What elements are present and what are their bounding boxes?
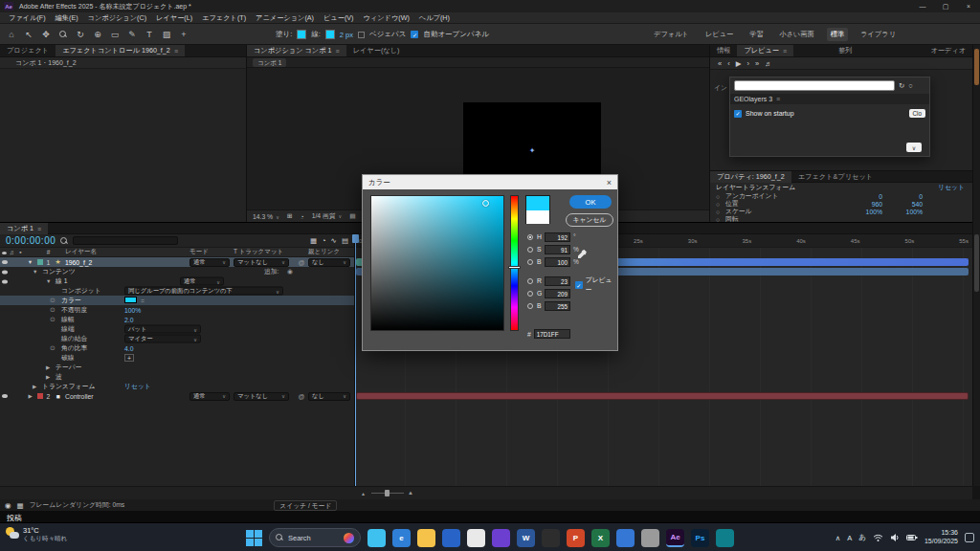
wifi-icon[interactable] (873, 533, 883, 542)
tab-properties[interactable]: プロパティ: 1960_f_2 (710, 171, 791, 183)
taskbar-app-gray[interactable] (641, 529, 659, 547)
preview-checkbox[interactable]: ✓ (575, 281, 583, 289)
taskbar-app-dark[interactable] (542, 529, 560, 547)
collapse-arrow-icon[interactable]: ▶ (46, 374, 50, 380)
roto-brush-tool-icon[interactable]: ▨ (159, 27, 174, 42)
menu-view[interactable]: ビュー(V) (319, 13, 358, 23)
workspace-small-screen[interactable]: 小さい画面 (776, 28, 818, 41)
opacity-row[interactable]: ⊙ 不透明度 100% (0, 305, 354, 315)
workspace-libraries[interactable]: ライブラリ (857, 28, 900, 41)
puppet-tool-icon[interactable]: + (176, 27, 191, 42)
tab-composition[interactable]: コンポジション コンポ 1 ≡ (247, 45, 346, 56)
geolayers-tab[interactable]: GEOlayers 3 (734, 96, 772, 102)
cancel-button[interactable]: キャンセル (566, 213, 613, 227)
composite-row[interactable]: コンポジット 同じグループの前面のコンテンツの下∨ (0, 286, 354, 296)
blend-mode-dropdown[interactable]: 通常∨ (189, 258, 230, 267)
collapse-arrow-icon[interactable]: ▶ (25, 391, 35, 401)
saturation-radio[interactable] (527, 247, 533, 253)
label-color-chip[interactable] (37, 259, 43, 265)
menu-edit[interactable]: 編集(E) (51, 13, 83, 23)
current-timecode[interactable]: 0:00:00:00 (6, 235, 56, 246)
layer-row-1[interactable]: ▼ 1 ★ 1960_f_2 通常∨ マットなし∨ @ なし∨ (0, 257, 354, 267)
layer-name-header[interactable]: レイヤー名 (63, 248, 189, 256)
tab-info[interactable]: 情報 (710, 45, 737, 56)
line-cap-row[interactable]: 線端 バット∨ (0, 324, 354, 334)
selection-tool-icon[interactable]: ↖ (21, 27, 36, 42)
weather-widget[interactable]: 31°C くもり時々晴れ (6, 526, 67, 542)
stopwatch-icon[interactable]: ○ (716, 193, 720, 200)
taskbar-search[interactable]: Search (269, 528, 361, 547)
label-color-chip[interactable] (37, 393, 43, 399)
close-button[interactable]: × (957, 0, 980, 12)
geolayers-close-button[interactable]: Clo (909, 109, 925, 118)
taskbar-app-explorer[interactable] (417, 529, 435, 547)
add-button-icon[interactable]: ◉ (287, 268, 293, 276)
tab-effects-presets[interactable]: エフェクト&プリセット (791, 171, 880, 183)
zoom-in-mountain-icon[interactable]: ▲ (408, 490, 413, 496)
blue-input[interactable]: 255 (545, 301, 570, 311)
show-on-startup-checkbox[interactable]: ✓ (734, 110, 742, 118)
track-matte-dropdown[interactable]: マットなし∨ (234, 258, 289, 267)
battery-icon[interactable] (906, 533, 918, 542)
taskbar-app-photoshop[interactable]: Ps (691, 529, 709, 547)
comp-nav-badge[interactable]: コンポ 1 (253, 58, 286, 67)
scale-y-value[interactable]: 100% (894, 209, 923, 215)
color-property-row[interactable]: ⊙ カラー = (0, 296, 354, 305)
geolayers-dropdown[interactable]: ∨ (906, 143, 922, 152)
transform-reset-link[interactable]: リセット (124, 382, 151, 391)
dashes-row[interactable]: 破線 + (0, 353, 354, 363)
layer-name[interactable]: 1960_f_2 (63, 259, 189, 266)
timeline-tab-comp1[interactable]: コンポ 1 ≡ (0, 223, 48, 234)
transform-row[interactable]: ▶ トランスフォーム リセット (0, 382, 354, 391)
saturation-input[interactable]: 91 (545, 245, 570, 254)
stopwatch-icon[interactable]: ○ (716, 209, 720, 215)
pen-tool-icon[interactable]: ✎ (124, 27, 140, 42)
color-field-marker[interactable] (482, 200, 489, 207)
draft-3d-icon[interactable]: ◔ (322, 236, 326, 245)
taskbar-app-edge[interactable]: e (392, 529, 411, 547)
dialog-close-icon[interactable]: × (607, 178, 612, 187)
anchor-point-icon[interactable]: ✦ (529, 146, 536, 155)
hand-tool-icon[interactable]: ✥ (38, 27, 54, 42)
volume-icon[interactable] (890, 533, 900, 542)
red-radio[interactable] (527, 278, 533, 284)
taper-row[interactable]: ▶ テーパー (0, 363, 354, 372)
tray-chevron-icon[interactable]: ∧ (835, 534, 841, 542)
pickwhip-icon[interactable]: @ (295, 393, 308, 400)
group-blend-dropdown[interactable]: 通常∨ (180, 277, 224, 286)
auto-open-checkbox[interactable]: ✓ (411, 31, 418, 38)
ime-indicator[interactable]: あ (858, 533, 866, 542)
contents-row[interactable]: ▼ コンテンツ 追加: ◉ (0, 267, 354, 276)
composite-dropdown[interactable]: 同じグループの前面のコンテンツの下∨ (124, 287, 283, 296)
green-radio[interactable] (527, 291, 533, 297)
start-button[interactable] (246, 530, 262, 546)
maximize-button[interactable]: ▢ (934, 0, 957, 12)
workspace-review[interactable]: レビュー (702, 28, 737, 41)
layer-name[interactable]: Controller (63, 393, 189, 400)
current-time-indicator[interactable] (355, 234, 356, 487)
workspace-learn[interactable]: 学習 (746, 28, 767, 41)
scrollbar-thumb[interactable] (974, 49, 979, 85)
mask-toggle-icon[interactable]: ◔ (301, 213, 304, 220)
menu-layer[interactable]: レイヤー(L) (151, 13, 197, 23)
cti-playhead-handle[interactable] (352, 234, 359, 243)
audio-mute-icon[interactable]: ♬ (765, 59, 772, 68)
stopwatch-icon[interactable]: ⊙ (50, 344, 56, 352)
play-button[interactable]: ▶ (736, 59, 742, 68)
taskbar-app-white[interactable] (467, 529, 485, 547)
timeline-scrollbar-thumb[interactable] (974, 234, 979, 292)
stopwatch-icon[interactable]: ⊙ (50, 306, 56, 314)
panel-menu-icon[interactable]: ≡ (37, 226, 41, 232)
camera-view-icon[interactable]: ▤ (349, 212, 355, 220)
opacity-value[interactable]: 100% (124, 307, 141, 314)
expression-icon[interactable]: = (141, 298, 145, 304)
tab-layer[interactable]: レイヤー(なし) (346, 45, 407, 56)
clock[interactable]: 15:36 15/09/2025 (924, 529, 958, 546)
mode-header[interactable]: モード (189, 248, 234, 256)
visibility-eye-icon[interactable] (2, 271, 8, 275)
parent-dropdown[interactable]: なし∨ (308, 258, 350, 267)
tab-effect-controls[interactable]: エフェクトコントロール 1960_f_2 ≡ (56, 45, 185, 56)
minimize-button[interactable]: — (911, 0, 934, 12)
red-input[interactable]: 23 (545, 276, 570, 286)
color-swatch[interactable] (124, 297, 137, 303)
